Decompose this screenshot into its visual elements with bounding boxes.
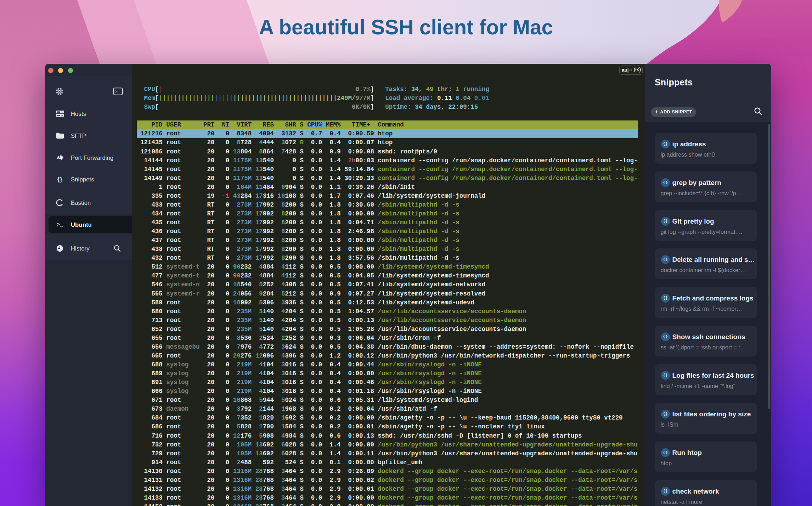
svg-text:>_: >_ <box>115 90 120 94</box>
